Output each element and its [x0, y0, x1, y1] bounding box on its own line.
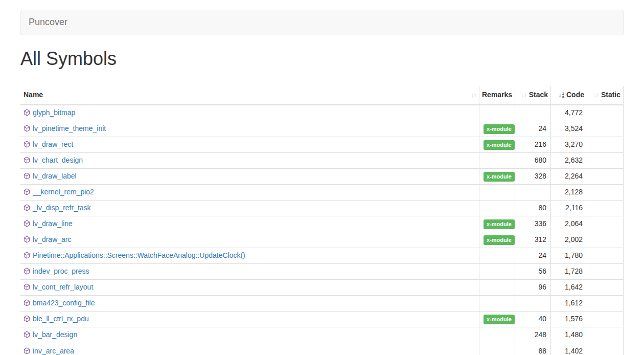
- code-value: 1,402: [551, 343, 587, 355]
- table-row: lv_chart_design 680 2,632: [20, 153, 624, 169]
- static-value: [587, 105, 624, 121]
- static-value: [587, 232, 624, 248]
- table-row: lv_draw_line x-module 336 2,064: [20, 216, 624, 232]
- stack-value: 96: [515, 280, 551, 296]
- code-value: 1,780: [551, 248, 587, 264]
- stack-value: 312: [515, 232, 551, 248]
- x-module-badge: x-module: [484, 124, 515, 134]
- column-label: Static: [601, 90, 620, 100]
- package-cube-icon: [24, 125, 30, 132]
- package-cube-icon: [24, 283, 30, 291]
- static-value: [587, 327, 624, 343]
- table-row: lv_cont_refr_layout 96 1,642: [20, 280, 624, 296]
- static-value: [587, 312, 624, 327]
- symbol-link[interactable]: ble_ll_ctrl_rx_pdu: [33, 315, 89, 323]
- x-module-badge: x-module: [484, 219, 515, 229]
- stack-value: 336: [515, 216, 551, 232]
- symbol-link[interactable]: lv_draw_rect: [33, 140, 73, 148]
- symbol-link[interactable]: inv_arc_area: [33, 347, 74, 355]
- navbar-brand[interactable]: Puncover: [21, 16, 75, 29]
- package-cube-icon: [24, 109, 30, 116]
- page-container: Puncover All Symbols Name ↓↑ Rem: [0, 0, 644, 355]
- stack-value: 40: [515, 312, 551, 327]
- symbol-link[interactable]: __kernel_rem_pio2: [33, 188, 94, 196]
- column-header-stack[interactable]: ↓↑ Stack: [515, 86, 551, 105]
- symbol-link[interactable]: indev_proc_press: [33, 267, 89, 275]
- package-cube-icon: [24, 331, 30, 338]
- code-value: 2,064: [551, 216, 587, 232]
- package-cube-icon: [24, 141, 30, 148]
- stack-value: 24: [515, 121, 551, 137]
- navbar: Puncover: [20, 10, 624, 35]
- symbol-link[interactable]: glyph_bitmap: [33, 108, 75, 117]
- symbol-link[interactable]: lv_draw_arc: [33, 235, 71, 243]
- code-value: 2,128: [551, 185, 587, 201]
- symbol-link[interactable]: lv_draw_line: [33, 219, 73, 228]
- x-module-badge: x-module: [484, 315, 515, 324]
- package-cube-icon: [24, 299, 30, 306]
- package-cube-icon: [24, 188, 30, 195]
- column-header-static[interactable]: ↓↑ Static: [587, 86, 624, 105]
- static-value: [587, 137, 624, 153]
- table-row: glyph_bitmap 4,772: [20, 105, 624, 121]
- code-value: 2,116: [551, 201, 587, 216]
- package-cube-icon: [24, 252, 30, 259]
- package-cube-icon: [24, 347, 30, 354]
- static-value: [587, 343, 624, 355]
- column-label: Code: [566, 90, 584, 100]
- sort-both-arrows-icon: ↓↑: [521, 91, 527, 100]
- stack-value: 80: [515, 201, 551, 216]
- symbol-link[interactable]: lv_chart_design: [33, 156, 83, 164]
- stack-value: 88: [515, 343, 551, 355]
- code-value: 4,772: [551, 105, 587, 121]
- stack-value: [515, 105, 551, 121]
- column-header-code[interactable]: ↓ za Code: [551, 86, 587, 105]
- symbol-link[interactable]: lv_bar_design: [33, 330, 77, 339]
- code-value: 2,002: [551, 232, 587, 248]
- column-label: Name: [24, 90, 43, 100]
- package-cube-icon: [24, 220, 30, 227]
- symbols-table: Name ↓↑ Remarks ↓↑ Stack: [20, 86, 624, 355]
- package-cube-icon: [24, 268, 30, 275]
- table-header-row: Name ↓↑ Remarks ↓↑ Stack: [20, 86, 624, 105]
- symbols-table-wrap: Name ↓↑ Remarks ↓↑ Stack: [20, 86, 624, 355]
- static-value: [587, 216, 624, 232]
- table-row: __kernel_rem_pio2 2,128: [20, 185, 624, 201]
- table-row: bma423_config_file 1,612: [20, 296, 624, 312]
- code-value: 1,612: [551, 296, 587, 312]
- table-row: lv_bar_design 248 1,480: [20, 327, 624, 343]
- symbol-link[interactable]: lv_cont_refr_layout: [33, 283, 93, 291]
- static-value: [587, 264, 624, 280]
- sort-descending-z-a-icon: ↓ za: [559, 91, 564, 100]
- sort-both-arrows-icon: ↓↑: [471, 91, 476, 100]
- symbol-link[interactable]: bma423_config_file: [33, 299, 95, 307]
- table-row: lv_draw_rect x-module 216 3,270: [20, 137, 624, 153]
- symbol-link[interactable]: lv_draw_label: [33, 172, 77, 180]
- symbol-link[interactable]: _lv_disp_refr_task: [33, 204, 91, 212]
- column-header-remarks[interactable]: Remarks: [479, 86, 515, 105]
- static-value: [587, 280, 624, 296]
- symbol-link[interactable]: lv_pinetime_theme_init: [33, 124, 106, 132]
- code-value: 2,632: [551, 153, 587, 169]
- static-value: [587, 201, 624, 216]
- column-label: Remarks: [482, 90, 512, 100]
- table-row: lv_draw_label x-module 328 2,264: [20, 169, 624, 185]
- package-cube-icon: [24, 157, 30, 164]
- column-header-name[interactable]: Name ↓↑: [20, 86, 479, 105]
- package-cube-icon: [24, 315, 30, 322]
- stack-value: 56: [515, 264, 551, 280]
- code-value: 3,270: [551, 137, 587, 153]
- table-row: inv_arc_area 88 1,402: [20, 343, 624, 355]
- package-cube-icon: [24, 172, 30, 180]
- stack-value: 680: [515, 153, 551, 169]
- code-value: 1,480: [551, 327, 587, 343]
- sort-both-arrows-icon: ↓↑: [593, 91, 599, 100]
- symbol-link[interactable]: Pinetime::Applications::Screens::WatchFa…: [33, 251, 245, 259]
- table-row: indev_proc_press 56 1,728: [20, 264, 624, 280]
- x-module-badge: x-module: [484, 140, 515, 149]
- code-value: 1,576: [551, 312, 587, 327]
- table-row: _lv_disp_refr_task 80 2,116: [20, 201, 624, 216]
- static-value: [587, 153, 624, 169]
- package-cube-icon: [24, 204, 30, 211]
- code-value: 3,524: [551, 121, 587, 137]
